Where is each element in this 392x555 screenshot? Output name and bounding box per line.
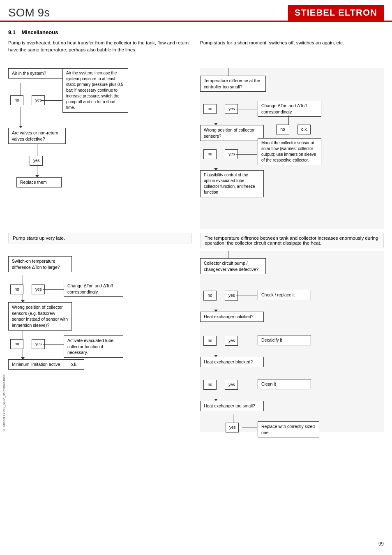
btn-no-rt2-1: no xyxy=(203,291,217,301)
node-valves: Are valves or non-return valves defectiv… xyxy=(8,128,66,144)
btn-ok-rt1: o.k. xyxy=(297,125,311,134)
yn-row-rt2-2: no yes xyxy=(203,336,238,346)
node-decalcify: Decalcify it xyxy=(258,335,311,345)
node-wrong-pos-rt1: Wrong position of collector sensors? xyxy=(200,125,264,141)
pump-late-section: Pump starts up very late. Switch-on temp… xyxy=(8,233,192,377)
hline-lt2-2 xyxy=(43,344,64,345)
btn-no-1: no xyxy=(10,95,23,105)
vline-2 xyxy=(21,107,21,127)
right-intro-1: Pump starts for a short moment, switches… xyxy=(200,39,384,64)
brand-name: STIEBEL ELTRON xyxy=(295,7,377,18)
node-change-ton-1: Change ΔTon and ΔToff correspondingly. xyxy=(64,281,123,297)
yn-row-lt2-2: no yes xyxy=(10,339,45,349)
hline-yes-1 xyxy=(41,100,62,101)
flowchart-right-1: Temperature difference at the controller… xyxy=(200,68,384,229)
btn-no-lt2-2: no xyxy=(10,339,23,349)
vline-rt2-1 xyxy=(228,251,228,258)
left-column: Pump is overheated, but no heat transfer… xyxy=(8,39,192,432)
hline-rt1 xyxy=(236,109,257,109)
page: SOM 9s STIEBEL ELTRON 9.1 Miscellaneous … xyxy=(0,0,392,555)
vline-rt1-5 xyxy=(216,140,216,149)
node-min-limit: Minimum limitation active xyxy=(8,359,72,370)
btn-no-rt1-3: no xyxy=(203,149,217,159)
right-col-2-section: The temperature diffrence between tank a… xyxy=(200,233,384,432)
node-air-in-system: Air in the system? xyxy=(8,68,66,79)
temp-diff-text: The temperature diffrence between tank a… xyxy=(200,233,384,248)
node-ok-1: o.k. xyxy=(64,359,84,370)
vline-rt2-6 xyxy=(216,371,216,380)
yn-row-valves: yes xyxy=(30,156,43,166)
btn-yes-valves: yes xyxy=(30,156,43,166)
brand-box: STIEBEL ELTRON xyxy=(288,5,384,21)
hline-rt2-4 xyxy=(242,428,257,428)
yn-row-lt2-1: no yes xyxy=(10,284,45,294)
btn-no-rt2-3: no xyxy=(203,380,217,390)
hline-rt2-2 xyxy=(236,341,257,341)
page-number: 99 xyxy=(378,541,384,547)
hline-rt2-1 xyxy=(236,296,257,296)
node-temp-diff-ctrl: Temperature difference at the controller… xyxy=(200,76,266,92)
right-column: Pump starts for a short moment, switches… xyxy=(200,39,384,432)
btn-no-lt2: no xyxy=(10,284,23,294)
yn-row-rt2-3: no yes xyxy=(203,380,238,390)
flowchart-right-2: Collector circuit pump / changeover valv… xyxy=(200,251,384,432)
hline-lt2 xyxy=(43,289,64,290)
section-number: 9.1 xyxy=(8,29,16,35)
node-replace-correctly: Replace with correctly sized one. xyxy=(258,421,319,437)
vline-rt2-8 xyxy=(233,414,233,423)
left-intro-1: Pump is overheated, but no heat transfer… xyxy=(8,39,192,64)
document-title: SOM 9s xyxy=(8,6,50,19)
section-heading: Miscellaneous xyxy=(22,29,58,35)
node-check-replace: Check / replace it xyxy=(258,290,311,300)
main-content: Pump is overheated, but no heat transfer… xyxy=(0,39,392,432)
node-plausibility: Plausibility control of the option evacu… xyxy=(200,170,264,197)
node-heat-blocked: Heat exchanger blocked? xyxy=(200,357,264,367)
yn-row-rt1-1: no yes xyxy=(203,104,238,114)
node-heat-calc: Heat exchanger calcified? xyxy=(200,312,264,322)
vline-1 xyxy=(21,83,21,95)
vline-rt2-2 xyxy=(216,282,216,291)
hline-rt1-2 xyxy=(236,154,257,155)
node-air-instruction: Air the system; increase the system pres… xyxy=(62,68,128,113)
node-change-ton-2: Change ΔTon and ΔToff correspondingly. xyxy=(258,101,321,117)
btn-yes-rt2-4: yes xyxy=(226,423,239,432)
node-activate-evac: Activate evacuated tube collector functi… xyxy=(64,335,123,358)
node-heat-small: Heat exchanger too small? xyxy=(200,401,264,411)
node-clean: Clean it xyxy=(258,379,311,389)
copyright: © Stiebel 11091_SOM_9s.monus.indd xyxy=(2,375,6,432)
section-title: 9.1 Miscellaneous xyxy=(8,29,384,35)
yn-row-rt1-3: no yes xyxy=(203,149,238,159)
node-replace-them: Replace them xyxy=(16,177,62,187)
vline-rt1-3 xyxy=(288,116,289,125)
node-collector-pump: Collector circuit pump / changeover valv… xyxy=(200,258,266,274)
yn-row-rt1-2: no o.k. xyxy=(276,125,311,134)
yn-row-rt2-1: no yes xyxy=(203,291,238,301)
hline-rt2-3 xyxy=(236,385,257,385)
pump-late-text: Pump starts up very late. xyxy=(8,233,192,243)
flowchart-left-1: Air in the system? no yes Air the system… xyxy=(8,68,192,229)
node-mount-collector: Mount the collector sensor at solar flow… xyxy=(258,138,321,165)
node-switch-on-temp: Switch-on temperature difference ΔTon to… xyxy=(8,256,72,272)
btn-no-rt2-2: no xyxy=(203,336,217,346)
yn-row-rt2-4: yes xyxy=(226,423,239,432)
node-wrong-pos: Wrong position of collector sensors (e.g… xyxy=(8,302,72,331)
vline-lt2-2 xyxy=(23,275,23,284)
yn-row-1: no yes xyxy=(10,95,45,105)
flowchart-left-2: Switch-on temperature difference ΔTon to… xyxy=(8,246,192,377)
btn-no-rt1: no xyxy=(203,104,217,114)
vline-lt2-4 xyxy=(23,330,23,339)
vline-lt2-1 xyxy=(33,246,33,256)
vline-rt2-4 xyxy=(216,327,216,336)
vline-rt1-1 xyxy=(228,68,228,76)
vline-3 xyxy=(37,143,37,156)
vline-rt1-2 xyxy=(216,95,216,104)
header: SOM 9s STIEBEL ELTRON xyxy=(0,0,392,22)
btn-no-rt1-2: no xyxy=(276,125,289,134)
